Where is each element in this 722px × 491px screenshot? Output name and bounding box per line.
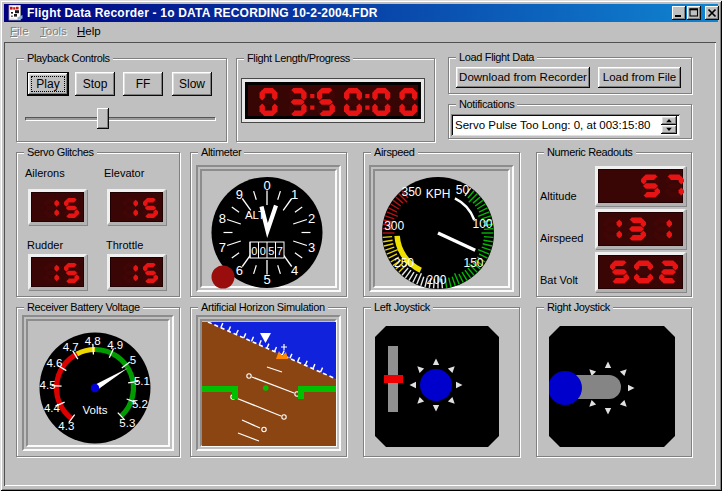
svg-text:0: 0 [251, 245, 257, 257]
svg-text:5: 5 [268, 245, 274, 257]
svg-text:4.5: 4.5 [40, 379, 56, 391]
svg-text:KPH: KPH [426, 187, 451, 201]
svg-text:5: 5 [130, 354, 136, 366]
svg-text:4.8: 4.8 [85, 335, 101, 347]
svg-text:2: 2 [308, 211, 315, 226]
svg-text:1: 1 [291, 187, 298, 202]
svg-text:250: 250 [394, 256, 414, 270]
svg-text:6: 6 [236, 263, 243, 278]
svg-text:4.4: 4.4 [44, 402, 61, 414]
svg-text:5.3: 5.3 [119, 417, 135, 429]
svg-text:4.7: 4.7 [63, 341, 79, 353]
svg-text:9: 9 [236, 187, 243, 202]
svg-text:150: 150 [463, 256, 483, 270]
svg-text:100: 100 [472, 217, 492, 231]
svg-text:8: 8 [219, 211, 226, 226]
svg-text:50: 50 [456, 183, 470, 197]
svg-text:4: 4 [291, 263, 298, 278]
svg-text:4.6: 4.6 [46, 357, 62, 369]
svg-text:0: 0 [260, 245, 266, 257]
svg-text:7: 7 [219, 240, 226, 255]
svg-text:5.2: 5.2 [132, 398, 148, 410]
svg-text:3: 3 [308, 240, 315, 255]
svg-text:Volts: Volts [83, 404, 108, 416]
svg-text:7: 7 [277, 245, 283, 257]
svg-text:300: 300 [384, 219, 404, 233]
svg-text:200: 200 [426, 273, 446, 287]
svg-text:4.3: 4.3 [58, 420, 74, 432]
svg-text:5.1: 5.1 [134, 375, 150, 387]
svg-text:350: 350 [401, 185, 421, 199]
svg-text:4.9: 4.9 [107, 339, 123, 351]
